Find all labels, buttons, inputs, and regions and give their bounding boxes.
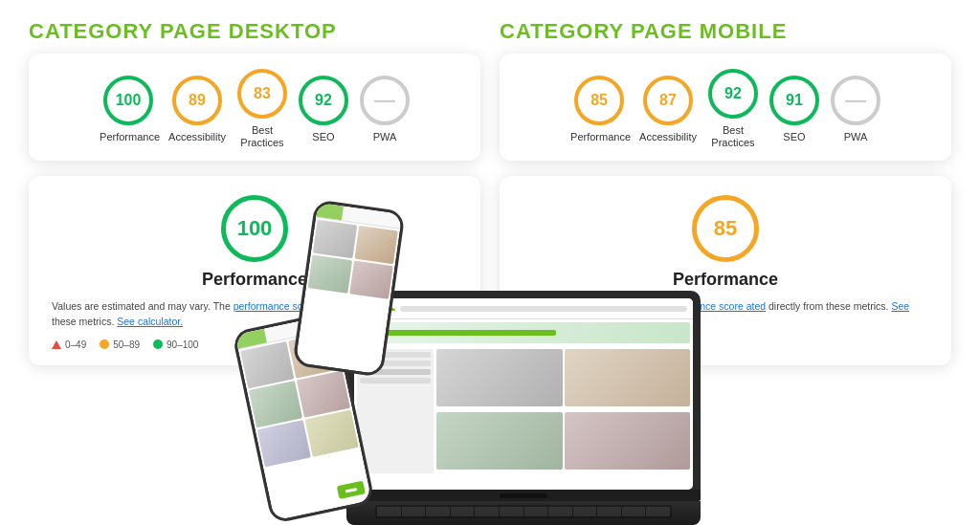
key-9	[573, 507, 597, 516]
legend-dot-green-icon	[153, 339, 163, 349]
score-circle-accessibility-mobile: 87	[643, 76, 693, 125]
legend-item-green: 90–100	[153, 339, 198, 350]
keyboard	[375, 505, 672, 518]
score-circle-best-practices-mobile: 92	[708, 69, 758, 119]
key-11	[622, 507, 646, 516]
nav-bar	[400, 306, 687, 312]
right-desc-text2: directly from these metrics.	[766, 300, 891, 312]
key-10	[597, 507, 621, 516]
right-scores-row: 85 Performance 87 Accessibility 92 BestP…	[519, 69, 932, 149]
score-item-best-practices-desktop: 83 BestPractices	[237, 69, 287, 149]
product-2	[565, 349, 691, 406]
key-8	[548, 507, 572, 516]
laptop-display: optimo ☁	[354, 298, 693, 490]
score-circle-pwa-desktop: —	[360, 76, 410, 125]
legend-item-orange: 50–89	[100, 339, 140, 350]
score-item-accessibility-desktop: 89 Accessibility	[168, 76, 226, 143]
legend-dot-orange-icon	[100, 339, 109, 349]
right-title: CATEGORY PAGE MOBILE	[500, 19, 787, 44]
left-perf-link2[interactable]: See calculator.	[117, 316, 183, 327]
score-item-seo-mobile: 91 SEO	[769, 76, 819, 143]
sidebar-item-4	[360, 378, 431, 383]
laptop-mockup: optimo ☁	[346, 291, 701, 525]
score-circle-best-practices-desktop: 83	[237, 69, 287, 119]
phone-right-screen	[296, 203, 403, 375]
score-label-accessibility-desktop: Accessibility	[168, 131, 226, 143]
website-header: optimo ☁	[354, 298, 693, 319]
product-grid	[436, 349, 690, 473]
legend-range-90-100: 90–100	[167, 339, 198, 350]
score-label-best-practices-desktop: BestPractices	[240, 124, 283, 149]
score-label-seo-mobile: SEO	[783, 131, 805, 143]
score-item-pwa-mobile: — PWA	[831, 76, 880, 143]
score-item-pwa-desktop: — PWA	[360, 76, 410, 143]
phone-left-cell-5	[257, 420, 311, 467]
laptop-chin	[346, 490, 701, 501]
product-3	[436, 412, 563, 470]
key-7	[524, 507, 548, 516]
product-1	[436, 349, 563, 406]
score-item-performance-desktop: 100 Performance	[100, 76, 157, 143]
score-label-accessibility-mobile: Accessibility	[639, 131, 697, 143]
laptop-lid: optimo ☁	[346, 291, 701, 490]
score-label-seo-desktop: SEO	[312, 131, 334, 143]
legend-triangle-icon	[52, 340, 61, 349]
phone-right-cell-4	[349, 260, 393, 298]
phone-right-cell-2	[354, 226, 398, 264]
key-4	[451, 507, 475, 516]
left-desc-text1: Values are estimated and may vary. The	[52, 300, 234, 312]
devices-wrapper: optimo ☁	[270, 200, 710, 525]
phone-left-cta	[337, 481, 366, 500]
left-scores-row: 100 Performance 89 Accessibility 83 Best…	[48, 69, 461, 149]
score-circle-performance-mobile: 85	[574, 76, 624, 125]
score-label-best-practices-mobile: BestPractices	[711, 124, 754, 149]
main-container: CATEGORY PAGE DESKTOP 100 Performance 89…	[0, 0, 980, 525]
phone-left-cta-bar	[345, 488, 357, 492]
legend-range-50-89: 50–89	[113, 339, 140, 350]
key-1	[377, 507, 401, 516]
website-banner	[357, 322, 690, 343]
score-label-performance-mobile: Performance	[570, 131, 628, 143]
phone-right-cell-1	[313, 220, 357, 258]
score-item-best-practices-mobile: 92 BestPractices	[708, 69, 758, 149]
right-score-panel: 85 Performance 87 Accessibility 92 BestP…	[500, 54, 951, 161]
score-circle-seo-mobile: 91	[769, 76, 819, 125]
left-title: CATEGORY PAGE DESKTOP	[29, 19, 337, 44]
score-item-performance-mobile: 85 Performance	[570, 76, 628, 143]
score-circle-pwa-mobile: —	[831, 76, 880, 125]
key-3	[426, 507, 450, 516]
website-grid	[354, 346, 693, 476]
legend-range-0-49: 0–49	[65, 339, 86, 350]
phone-right-grid	[305, 217, 400, 301]
key-2	[402, 507, 426, 516]
legend-item-red: 0–49	[52, 339, 86, 350]
key-5	[475, 507, 499, 516]
banner-bar	[362, 330, 556, 336]
score-circle-performance-desktop: 100	[103, 76, 153, 125]
score-label-performance-desktop: Performance	[100, 131, 157, 143]
key-12	[646, 507, 670, 516]
score-circle-seo-desktop: 92	[299, 76, 348, 125]
score-label-pwa-mobile: PWA	[844, 131, 868, 143]
product-4	[565, 412, 691, 470]
score-circle-accessibility-desktop: 89	[172, 76, 222, 125]
phone-left-cell-6	[304, 410, 358, 457]
laptop-notch	[500, 493, 547, 498]
score-item-seo-desktop: 92 SEO	[299, 76, 348, 143]
laptop-body	[346, 501, 701, 525]
left-score-panel: 100 Performance 89 Accessibility 83 Best…	[29, 54, 480, 161]
score-item-accessibility-mobile: 87 Accessibility	[639, 76, 697, 143]
phone-right-cell-3	[308, 254, 352, 293]
left-legend: 0–49 50–89 90–100	[52, 339, 198, 350]
score-label-pwa-desktop: PWA	[373, 131, 397, 143]
key-6	[500, 507, 523, 516]
